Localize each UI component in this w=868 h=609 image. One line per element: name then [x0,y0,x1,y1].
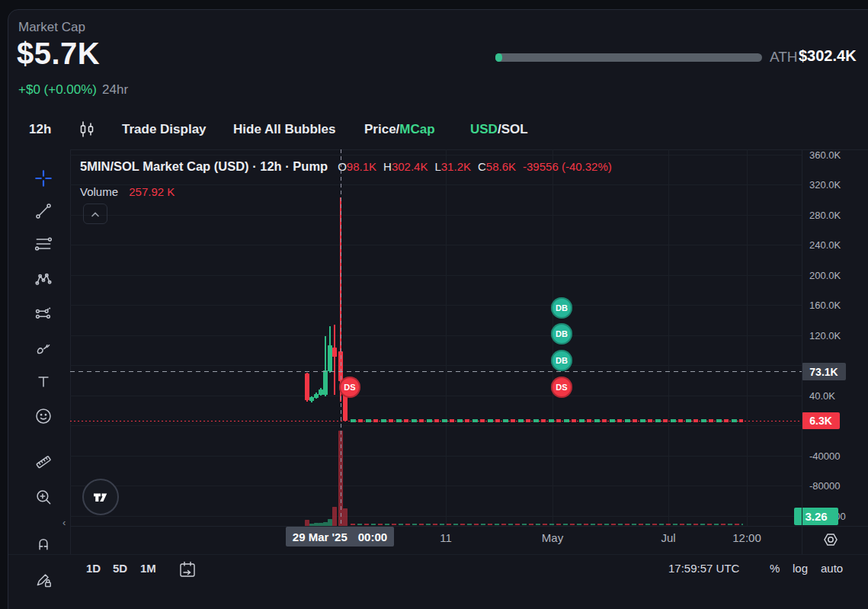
time-tick: 11 [440,531,452,544]
price-tick: -80000 [809,480,840,492]
trade-bubble-buy[interactable]: DB [551,297,572,319]
grid-line-h [70,215,802,216]
crosshair-vertical-line [341,149,341,526]
grid-line-h [70,184,802,185]
ohlc-low: L31.2K [434,160,471,173]
trade-bubble-sell[interactable]: DS [551,377,572,398]
crosshair-date: 29 Mar '25 [293,530,348,543]
change-value: +$0 (+0.00%) [18,82,97,97]
sidebar-collapse-chevron[interactable]: ‹ [62,517,66,528]
tool-forecast[interactable] [30,300,56,326]
grid-line-h [70,516,802,517]
grid-line-h [70,275,802,276]
tool-xabcd-pattern[interactable] [30,266,56,292]
candlestick-icon [78,119,96,140]
candle-wick [334,325,335,395]
go-to-date-button[interactable] [177,559,198,580]
ohlc-open: O98.1K [338,160,376,173]
forecast-icon [34,303,53,323]
tool-magnet[interactable] [30,530,56,556]
time-tick: Jul [661,531,675,544]
volume-legend: Volume 257.92 K [80,185,175,198]
price-tick: 280.0K [809,210,841,221]
hexagon-settings-icon [822,530,840,549]
grid-line-h [70,396,802,396]
flat-price-strip [351,419,743,422]
tool-trend-line[interactable] [30,198,56,224]
fib-retracement-icon [34,234,53,254]
time-tick: May [542,531,563,544]
tradingview-icon [89,486,112,508]
auto-scale-button[interactable]: auto [821,562,843,575]
tool-zoom-in[interactable] [30,484,56,510]
candlestick-style-button[interactable] [78,119,96,143]
grid-line-h [70,456,802,457]
grid-line-h [70,305,802,306]
grid-line-h [70,486,802,486]
ohlc-change: -39556 (-40.32%) [523,160,612,173]
emoji-icon [34,406,53,426]
tool-text[interactable] [30,369,56,395]
range-button-1d[interactable]: 1D [86,562,101,575]
grid-line-v [747,149,748,526]
crosshair-price-badge: 73.1K [802,363,846,380]
ruler-icon [34,452,53,472]
session-clock[interactable]: 17:59:57 UTC [668,562,739,575]
candle-body [323,370,328,396]
grid-line-h [70,155,802,155]
usd-label: USD [470,122,498,136]
price-label: Price/ [364,122,399,136]
grid-line-h [70,365,802,366]
grid-line-h [70,335,802,336]
calendar-arrow-icon [177,559,198,580]
price-tick: 200.0K [809,270,841,281]
range-button-1m[interactable]: 1M [140,562,156,575]
tradingview-logo[interactable] [82,479,119,515]
grid-line-h [70,245,802,245]
ath-label: ATH [770,49,798,66]
tool-lock-drawings[interactable] [30,566,56,592]
price-tick: 40.0K [809,390,835,402]
tool-brush[interactable] [30,335,56,361]
price-mcap-toggle[interactable]: Price/MCap [364,122,435,137]
trade-bubble-buy[interactable]: DB [551,350,572,371]
tool-fib-retracement[interactable] [30,231,56,257]
hide-all-bubbles-button[interactable]: Hide All Bubbles [233,122,335,137]
log-scale-button[interactable]: log [793,562,808,575]
market-cap-label: Market Cap [18,20,85,35]
legend-collapse-button[interactable] [83,204,107,224]
tool-ruler[interactable] [30,449,56,475]
volume-label: Volume [80,185,118,198]
interval-button[interactable]: 12h [29,122,51,137]
range-button-5d[interactable]: 5D [113,562,127,575]
time-scale[interactable] [70,526,802,554]
footer-separator [8,554,868,555]
tool-crosshair[interactable] [30,165,56,191]
chart-legend[interactable]: 5MIN/SOL Market Cap (USD) · 12h · Pump O… [80,159,612,174]
trade-bubble-buy[interactable]: DB [551,323,572,345]
ohlc-high: H302.4K [383,160,428,173]
xabcd-pattern-icon [34,269,53,289]
price-tick: 360.0K [809,149,841,161]
ath-progress-bar[interactable] [495,53,762,62]
grid-line-v [446,149,447,526]
percent-scale-button[interactable]: % [770,562,780,575]
flat-volume-strip [351,524,743,525]
trade-display-button[interactable]: Trade Display [122,122,207,137]
text-icon [34,372,53,392]
chart-title: 5MIN/SOL Market Cap (USD) · 12h · Pump [80,159,328,174]
tool-emoji[interactable] [30,403,56,429]
trade-bubble-sell[interactable]: DS [339,377,360,398]
grid-line-v [668,149,669,526]
price-tick: -40000 [809,450,840,462]
candle-body [332,348,337,357]
usd-sol-toggle[interactable]: USD/SOL [470,122,528,137]
ohlc-close: C58.6K [478,160,516,173]
market-cap-value: $5.7K [17,37,100,71]
zoom-in-icon [34,487,53,507]
mcap-label: MCap [399,122,434,136]
ath-value: $302.4K [799,47,857,65]
scale-settings-button[interactable] [822,530,840,549]
ath-progress-fill [495,53,502,62]
grid-line-h [70,425,802,426]
